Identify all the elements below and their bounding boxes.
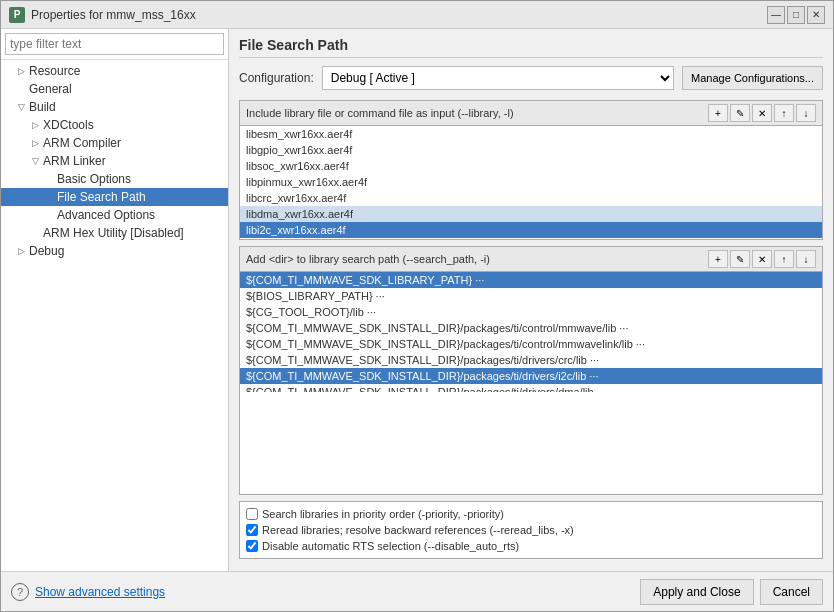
down-lib-button[interactable]: ↓ [796,104,816,122]
tree-label-general: General [29,82,72,96]
search-box [1,29,228,60]
bottom-bar: ? Show advanced settings Apply and Close… [1,571,833,611]
tree-arrow-debug: ▷ [15,245,27,257]
library-include-toolbar: + ✎ ✕ ↑ ↓ [708,104,816,122]
tree: ▷ResourceGeneral▽Build▷XDCtools▷ARM Comp… [1,60,228,571]
checkbox-label-search-priority: Search libraries in priority order (-pri… [262,508,504,520]
tree-arrow-arm-linker: ▽ [29,155,41,167]
show-advanced-link[interactable]: Show advanced settings [35,585,165,599]
tree-item-build[interactable]: ▽Build [1,98,228,116]
library-include-header: Include library file or command file as … [240,101,822,126]
search-path-list-item[interactable]: ${BIOS_LIBRARY_PATH} ··· [240,288,822,304]
panel-title: File Search Path [239,37,823,58]
tree-label-advanced-options: Advanced Options [57,208,155,222]
tree-arrow-build: ▽ [15,101,27,113]
search-path-list-item[interactable]: ${CG_TOOL_ROOT}/lib ··· [240,304,822,320]
library-list[interactable]: libesm_xwr16xx.aer4flibgpio_xwr16xx.aer4… [240,126,822,239]
tree-item-arm-compiler[interactable]: ▷ARM Compiler [1,134,228,152]
tree-label-build: Build [29,100,56,114]
config-select[interactable]: Debug [ Active ] [322,66,674,90]
tree-label-xdctools: XDCtools [43,118,94,132]
library-list-item[interactable]: libsoc_xwr16xx.aer4f [240,158,822,174]
library-include-section: Include library file or command file as … [239,100,823,240]
library-list-item[interactable]: libuart_xwr16xx.aer4f [240,238,822,239]
add-path-button[interactable]: + [708,250,728,268]
up-path-button[interactable]: ↑ [774,250,794,268]
tree-item-debug[interactable]: ▷Debug [1,242,228,260]
search-path-list-item[interactable]: ${COM_TI_MMWAVE_SDK_INSTALL_DIR}/package… [240,320,822,336]
delete-path-button[interactable]: ✕ [752,250,772,268]
edit-path-button[interactable]: ✎ [730,250,750,268]
search-path-list[interactable]: ${COM_TI_MMWAVE_SDK_LIBRARY_PATH} ···${B… [240,272,822,392]
apply-close-button[interactable]: Apply and Close [640,579,753,605]
tree-label-arm-hex: ARM Hex Utility [Disabled] [43,226,184,240]
add-lib-button[interactable]: + [708,104,728,122]
search-input[interactable] [5,33,224,55]
tree-item-file-search-path[interactable]: File Search Path [1,188,228,206]
bottom-right: Apply and Close Cancel [640,579,823,605]
checkbox-reread-libs[interactable] [246,524,258,536]
library-list-item[interactable]: libcrc_xwr16xx.aer4f [240,190,822,206]
manage-configurations-button[interactable]: Manage Configurations... [682,66,823,90]
search-path-list-wrapper: ${COM_TI_MMWAVE_SDK_LIBRARY_PATH} ···${B… [240,272,822,494]
minimize-button[interactable]: — [767,6,785,24]
content-area: ▷ResourceGeneral▽Build▷XDCtools▷ARM Comp… [1,29,833,571]
maximize-button[interactable]: □ [787,6,805,24]
cancel-button[interactable]: Cancel [760,579,823,605]
library-list-item[interactable]: libpinmux_xwr16xx.aer4f [240,174,822,190]
library-list-item[interactable]: libgpio_xwr16xx.aer4f [240,142,822,158]
checkbox-search-priority[interactable] [246,508,258,520]
tree-item-xdctools[interactable]: ▷XDCtools [1,116,228,134]
search-path-title: Add <dir> to library search path (--sear… [246,253,490,265]
title-buttons: — □ ✕ [767,6,825,24]
left-panel: ▷ResourceGeneral▽Build▷XDCtools▷ARM Comp… [1,29,229,571]
tree-arrow-arm-compiler: ▷ [29,137,41,149]
config-bar: Configuration: Debug [ Active ] Manage C… [239,66,823,90]
checkbox-row-disable-auto-rts: Disable automatic RTS selection (--disab… [246,538,816,554]
tree-label-debug: Debug [29,244,64,258]
checkbox-area: Search libraries in priority order (-pri… [239,501,823,559]
checkbox-label-reread-libs: Reread libraries; resolve backward refer… [262,524,574,536]
main-window: P Properties for mmw_mss_16xx — □ ✕ ▷Res… [0,0,834,612]
tree-item-basic-options[interactable]: Basic Options [1,170,228,188]
delete-lib-button[interactable]: ✕ [752,104,772,122]
search-path-list-item[interactable]: ${COM_TI_MMWAVE_SDK_LIBRARY_PATH} ··· [240,272,822,288]
checkbox-disable-auto-rts[interactable] [246,540,258,552]
checkbox-label-disable-auto-rts: Disable automatic RTS selection (--disab… [262,540,519,552]
checkbox-row-reread-libs: Reread libraries; resolve backward refer… [246,522,816,538]
title-bar-left: P Properties for mmw_mss_16xx [9,7,196,23]
title-bar: P Properties for mmw_mss_16xx — □ ✕ [1,1,833,29]
tree-label-arm-linker: ARM Linker [43,154,106,168]
search-path-toolbar: + ✎ ✕ ↑ ↓ [708,250,816,268]
search-path-list-item[interactable]: ${COM_TI_MMWAVE_SDK_INSTALL_DIR}/package… [240,352,822,368]
tree-arrow-xdctools: ▷ [29,119,41,131]
tree-item-general[interactable]: General [1,80,228,98]
search-path-list-item[interactable]: ${COM_TI_MMWAVE_SDK_INSTALL_DIR}/package… [240,384,822,392]
tree-label-basic-options: Basic Options [57,172,131,186]
tree-item-arm-linker[interactable]: ▽ARM Linker [1,152,228,170]
bottom-left: ? Show advanced settings [11,583,165,601]
edit-lib-button[interactable]: ✎ [730,104,750,122]
tree-item-advanced-options[interactable]: Advanced Options [1,206,228,224]
library-list-item[interactable]: libesm_xwr16xx.aer4f [240,126,822,142]
up-lib-button[interactable]: ↑ [774,104,794,122]
window-title: Properties for mmw_mss_16xx [31,8,196,22]
window-icon: P [9,7,25,23]
library-list-item[interactable]: libdma_xwr16xx.aer4f [240,206,822,222]
search-path-section: Add <dir> to library search path (--sear… [239,246,823,495]
tree-label-file-search-path: File Search Path [57,190,146,204]
help-icon[interactable]: ? [11,583,29,601]
tree-arrow-resource: ▷ [15,65,27,77]
right-panel: File Search Path Configuration: Debug [ … [229,29,833,571]
close-button[interactable]: ✕ [807,6,825,24]
search-path-list-item[interactable]: ${COM_TI_MMWAVE_SDK_INSTALL_DIR}/package… [240,336,822,352]
library-list-item[interactable]: libi2c_xwr16xx.aer4f [240,222,822,238]
search-path-list-item[interactable]: ${COM_TI_MMWAVE_SDK_INSTALL_DIR}/package… [240,368,822,384]
tree-label-arm-compiler: ARM Compiler [43,136,121,150]
down-path-button[interactable]: ↓ [796,250,816,268]
search-path-header: Add <dir> to library search path (--sear… [240,247,822,272]
library-include-title: Include library file or command file as … [246,107,514,119]
tree-item-arm-hex[interactable]: ARM Hex Utility [Disabled] [1,224,228,242]
checkbox-row-search-priority: Search libraries in priority order (-pri… [246,506,816,522]
tree-item-resource[interactable]: ▷Resource [1,62,228,80]
